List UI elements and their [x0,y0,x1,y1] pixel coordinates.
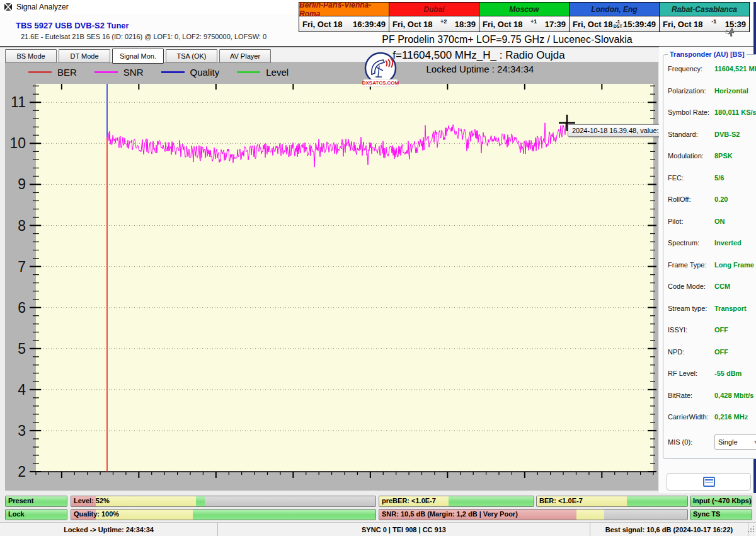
transponder-row-10: Code Mode:CCM [668,276,756,298]
transponder-row-9: Frame Type:Long Frame [668,254,756,276]
legend-item-ber: BER [28,67,77,78]
logo-text: DXSATCS.COM [362,80,399,86]
meter-label: Present [8,497,33,504]
meter-segment-green [193,510,375,520]
resize-grip[interactable] [747,524,755,535]
clock-city-2: Moscow [479,3,569,16]
dxsatcs-logo: DXSATCS.COM [362,52,399,91]
legend-label: Quality [190,67,220,78]
transponder-value: 0,216 MHz [714,413,748,421]
legend-label: SNR [123,67,144,78]
signal-chart: BERSNRQualityLevel Locked Uptime : 24:34… [5,62,658,491]
transponder-label: CarrierWidth: [668,413,714,421]
transponder-label: FEC: [668,174,714,182]
statusbar-section-1: SYNC 0 | TEI 908 | CC 913 [218,523,590,536]
transponder-row-5: FEC:5/6 [668,167,756,189]
mode-tabs: BS ModeDT ModeSignal Mon.TSA (OK)AV Play… [5,49,271,64]
meter-ber: BER: <1.0E-7 [536,496,688,507]
transponder-row-13: NPD:OFF [668,341,756,363]
svg-text:7: 7 [18,259,26,275]
transponder-label: RollOff: [668,195,714,203]
locked-uptime: Locked Uptime : 24:34:34 [427,64,534,74]
transponder-row-15: BitRate:0,428 Mbit/s [668,385,756,407]
chart-legend: BERSNRQualityLevel [28,67,306,78]
clock-city-0: Berlin-Paris-Vienna-Roma [299,3,389,16]
world-clocks: Berlin-Paris-Vienna-RomaDubaiMoscowLondo… [299,2,750,32]
clock-city-1: Dubai [389,3,479,16]
transponder-value: Transport [714,305,747,312]
clock-time-0: Fri, Oct 1816:39:49 [299,16,389,32]
meter-present: Present [5,496,67,507]
pointer-icon [723,26,737,40]
mis-label: MIS (0): [668,438,714,446]
app-title: Signal Analyzer [16,3,69,11]
transponder-row-1: Polarization:Horizontal [668,80,756,102]
legend-item-quality: Quality [161,67,220,78]
clock-date: Fri, Oct 18 [663,20,703,29]
transponder-label: Code Mode: [668,283,714,290]
legend-swatch [161,71,185,73]
save-button[interactable] [667,473,751,491]
statusbar: Locked -> Uptime: 24:34:34SYNC 0 | TEI 9… [0,522,756,536]
legend-swatch [94,71,118,73]
transponder-row-14: RF Level:-55 dBm [668,363,756,385]
clock-city-3: London, Eng [570,3,659,16]
chart-canvas: 234567891011 [5,62,658,491]
statusbar-section-0: Locked -> Uptime: 24:34:34 [0,523,218,536]
tuner-name: TBS 5927 USB DVB-S2 Tuner [16,21,129,30]
legend-item-level: Level [237,67,289,78]
clock-offset: +2 [440,18,447,25]
transponder-label: Standard: [668,131,714,138]
legend-label: BER [57,67,77,78]
legend-item-snr: SNR [94,67,144,78]
tab-tsa-ok-[interactable]: TSA (OK) [166,49,217,63]
clock-value: 17:39 [545,20,566,29]
transponder-label: Modulation: [668,152,714,160]
transponder-panel: Transponder (AU) [BS] Frequency:11604,52… [659,47,753,493]
clock-city-4: Rabat-Casablanca [660,3,749,16]
transponder-label: NPD: [668,348,714,356]
svg-text:5: 5 [18,341,26,357]
meter-syncts: Sync TS [690,509,752,520]
frequency-title: f=11604,500 MHz_H_ : Radio Oujda [392,49,564,62]
transponder-value: 5/6 [714,174,724,182]
tab-av-player[interactable]: AV Player [219,49,271,63]
clock-date: Fri, Oct 18 [573,20,613,29]
tab-signal-mon-[interactable]: Signal Mon. [112,49,164,64]
offset-value: -1 [616,20,620,24]
tab-bs-mode[interactable]: BS Mode [5,49,57,63]
transponder-label: Polarization: [668,87,714,95]
transponder-label: Stream type: [668,305,714,312]
transponder-row-11: Stream type:Transport [668,298,756,320]
meter-snr: SNR: 10,5 dB (Margin: 1,2 dB | Very Poor… [379,509,688,520]
tab-dt-mode[interactable]: DT Mode [59,49,110,63]
transponder-groupbox: Transponder (AU) [BS] Frequency:11604,52… [663,50,756,459]
meter-preber: preBER: <1.0E-7 [379,496,534,507]
signal-analyzer-window: Signal Analyzer Berlin-Paris-Vienna-Roma… [0,0,756,536]
transponder-value: Inverted [714,239,742,247]
offset-dst: DST [614,24,622,28]
save-icon [703,477,715,487]
clock-date: Fri, Oct 18 [392,20,433,29]
transponder-row-16: CarrierWidth:0,216 MHz [668,406,756,428]
clock-value: 15:39:49 [623,20,656,29]
meter-segment-gray [604,510,687,520]
clock-date: Fri, Oct 18 [483,20,523,29]
meter-segment-yellow [96,496,196,506]
transponder-row-2: Symbol Rate:180,011 KS/s [668,102,756,124]
meter-label: Lock [8,510,25,518]
transponder-value: 0.20 [714,195,728,203]
meter-segment-green [449,496,534,506]
transponder-row-0: Frequency:11604,521 MHz [668,58,756,80]
mis-dropdown[interactable]: Single ▾ [714,434,756,450]
meter-label: BER: <1.0E-7 [539,497,583,504]
clock-value: 16:39:49 [353,20,386,29]
meter-quality: Quality: 100% [71,509,376,520]
transponder-value: 11604,521 MHz [714,65,756,73]
clock-value: 18:39 [455,20,476,29]
legend-swatch [28,71,52,73]
svg-text:2: 2 [18,463,26,480]
meter-level: Level: 52% [71,496,376,507]
meter-label: Level: 52% [74,497,110,504]
clock-offset: -1DST [614,20,622,28]
